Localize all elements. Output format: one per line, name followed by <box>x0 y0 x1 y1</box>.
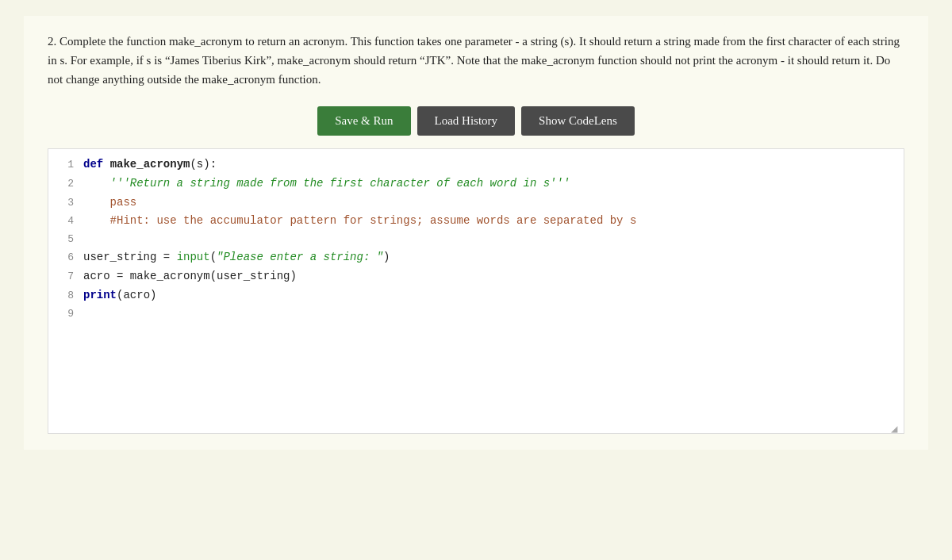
code-content-4: #Hint: use the accumulator pattern for s… <box>83 212 636 231</box>
code-line-8: 8 print(acro) <box>48 286 904 305</box>
line-number-8: 8 <box>55 287 74 305</box>
code-content-1: def make_acronym(s): <box>83 155 217 175</box>
line-number-4: 4 <box>55 213 74 230</box>
code-content-7: acro = make_acronym(user_string) <box>83 267 297 286</box>
code-line-6: 6 user_string = input("Please enter a st… <box>48 248 904 267</box>
code-content-2: '''Return a string made from the first c… <box>83 175 570 194</box>
line-number-5: 5 <box>55 231 74 248</box>
load-history-button[interactable]: Load History <box>417 106 516 136</box>
resize-handle-icon[interactable]: ◢ <box>891 420 900 430</box>
code-line-3: 3 pass <box>48 194 904 213</box>
code-line-1: 1 def make_acronym(s): <box>48 155 904 175</box>
code-line-9: 9 <box>48 305 904 323</box>
line-number-2: 2 <box>55 175 74 193</box>
code-line-4: 4 #Hint: use the accumulator pattern for… <box>48 212 904 231</box>
main-container: 2. Complete the function make_acronym to… <box>24 16 928 450</box>
toolbar: Save & Run Load History Show CodeLens <box>48 106 904 136</box>
code-line-7: 7 acro = make_acronym(user_string) <box>48 267 904 286</box>
code-line-2: 2 '''Return a string made from the first… <box>48 175 904 194</box>
code-content-8: print(acro) <box>83 286 156 305</box>
code-content-6: user_string = input("Please enter a stri… <box>83 248 390 267</box>
save-run-button[interactable]: Save & Run <box>317 106 410 136</box>
line-number-9: 9 <box>55 305 74 323</box>
line-number-6: 6 <box>55 249 74 267</box>
line-number-7: 7 <box>55 268 74 286</box>
code-editor[interactable]: 1 def make_acronym(s): 2 '''Return a str… <box>48 148 904 434</box>
line-number-1: 1 <box>55 156 74 174</box>
code-line-5: 5 <box>48 231 904 248</box>
line-number-3: 3 <box>55 194 74 212</box>
show-codelens-button[interactable]: Show CodeLens <box>521 106 635 136</box>
problem-description: 2. Complete the function make_acronym to… <box>48 32 904 89</box>
code-content-3: pass <box>83 194 136 213</box>
